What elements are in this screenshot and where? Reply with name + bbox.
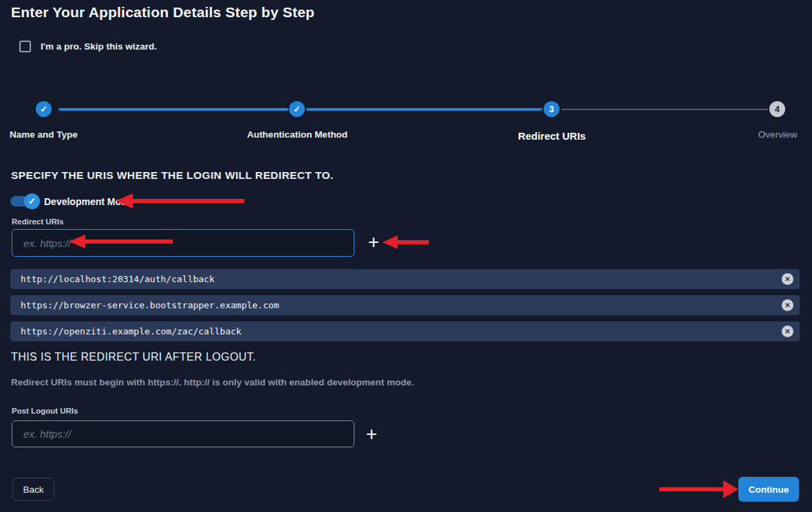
- arrow-right-icon: [723, 480, 738, 498]
- step-3-label: Redirect URIs: [518, 130, 586, 142]
- redirect-section-heading: SPECIFY THE URIS WHERE THE LOGIN WILL RE…: [11, 169, 334, 182]
- step-2-label: Authentication Method: [247, 129, 348, 140]
- logout-section-heading: THIS IS THE REDIRECT URI AFTER LOGOUT.: [11, 351, 256, 363]
- development-mode-label: Development Mode: [44, 196, 132, 207]
- redirect-uris-field-label: Redirect URIs: [12, 217, 63, 226]
- dev-mode-annotation-arrow: [116, 193, 244, 209]
- add-post-logout-uri-button[interactable]: +: [362, 422, 381, 447]
- development-mode-row: ✓ Development Mode: [10, 193, 132, 209]
- step-1-indicator: ✓: [36, 101, 52, 117]
- page-title: Enter Your Application Details Step by S…: [11, 4, 314, 21]
- add-uri-annotation-arrow: [383, 235, 429, 249]
- step-connector-1: [58, 108, 288, 111]
- arrow-left-icon: [383, 235, 398, 249]
- post-logout-uri-input[interactable]: [12, 420, 354, 447]
- continue-annotation-arrow: [659, 480, 738, 498]
- remove-uri-button[interactable]: ✕: [782, 299, 793, 311]
- step-connector-2: [306, 108, 542, 111]
- skip-wizard-label: I'm a pro. Skip this wizard.: [41, 41, 157, 52]
- step-2-indicator: ✓: [289, 101, 305, 117]
- toggle-check-icon: ✓: [24, 193, 40, 209]
- step-4-label: Overview: [758, 129, 797, 140]
- uri-validation-note: Redirect URIs must begin with https://. …: [11, 377, 414, 387]
- redirect-uri-chip: http://localhost:20314/auth/callback ✕: [10, 269, 800, 289]
- redirect-uri-value: http://localhost:20314/auth/callback: [10, 274, 215, 284]
- step-4-indicator: 4: [769, 101, 785, 117]
- post-logout-field-label: Post Logout URIs: [12, 407, 78, 415]
- skip-wizard-row: I'm a pro. Skip this wizard.: [19, 41, 157, 52]
- continue-button[interactable]: Continue: [738, 477, 799, 502]
- redirect-uri-input[interactable]: [12, 229, 354, 257]
- back-button[interactable]: Back: [12, 478, 54, 501]
- remove-uri-button[interactable]: ✕: [782, 326, 793, 337]
- redirect-uri-chip: https://openziti.example.com/zac/callbac…: [10, 321, 800, 341]
- redirect-uri-value: https://openziti.example.com/zac/callbac…: [10, 326, 242, 337]
- add-redirect-uri-button[interactable]: +: [364, 230, 383, 255]
- application-wizard: Enter Your Application Details Step by S…: [0, 0, 812, 512]
- step-3-indicator: 3: [544, 101, 559, 117]
- remove-uri-button[interactable]: ✕: [782, 273, 793, 285]
- skip-wizard-checkbox[interactable]: [19, 41, 31, 52]
- step-connector-3: [562, 109, 768, 110]
- development-mode-toggle[interactable]: ✓: [10, 193, 40, 209]
- step-1-label: Name and Type: [10, 129, 78, 140]
- redirect-uri-value: https://browzer-service.bootstrapper.exa…: [10, 300, 279, 310]
- redirect-uri-chip: https://browzer-service.bootstrapper.exa…: [10, 295, 800, 315]
